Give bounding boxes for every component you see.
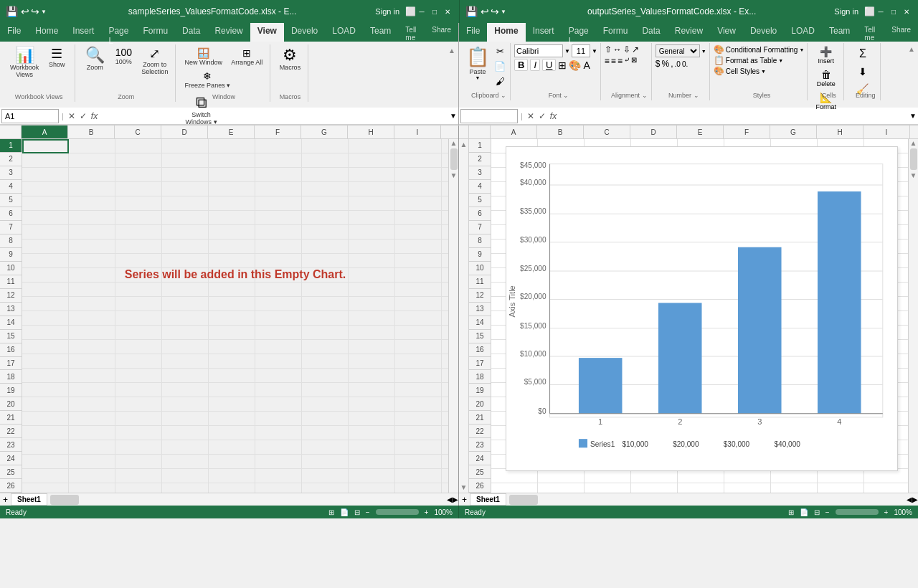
font-size-arrow[interactable]: ▼ xyxy=(592,48,597,54)
underline-button[interactable]: U xyxy=(542,59,556,71)
right-name-box[interactable] xyxy=(460,109,518,123)
maximize-button[interactable]: □ xyxy=(429,6,440,17)
align-right-icon[interactable]: ≡ xyxy=(617,56,623,66)
font-name-input[interactable] xyxy=(514,44,563,57)
align-bottom-icon[interactable]: ⇩ xyxy=(623,44,630,54)
font-name-arrow[interactable]: ▼ xyxy=(564,48,570,54)
right-maximize-button[interactable]: □ xyxy=(888,6,899,17)
row-header-11[interactable]: 11 xyxy=(0,275,22,289)
tab-pagelayout-right[interactable]: Page L xyxy=(562,23,596,42)
right-row-19[interactable]: 19 xyxy=(469,384,491,397)
bold-button[interactable]: B xyxy=(514,59,528,71)
tab-tellme-left[interactable]: Tell me xyxy=(398,23,425,42)
left-view-layout-icon[interactable]: 📄 xyxy=(340,508,349,516)
left-view-normal-icon[interactable]: ⊞ xyxy=(328,508,334,516)
align-left-icon[interactable]: ≡ xyxy=(605,56,610,66)
close-button[interactable]: ✕ xyxy=(442,6,453,17)
right-scroll-up[interactable]: ▲ xyxy=(460,141,468,148)
right-row-26[interactable]: 26 xyxy=(469,479,491,493)
tab-team-right[interactable]: Team xyxy=(822,23,857,42)
right-row-20[interactable]: 20 xyxy=(469,397,491,411)
right-sheet-add-icon[interactable]: + xyxy=(459,495,470,505)
row-header-22[interactable]: 22 xyxy=(0,425,22,438)
paste-button[interactable]: 📋 Paste ▼ xyxy=(465,44,491,82)
new-window-button[interactable]: 🪟 New Window xyxy=(183,46,225,67)
row-header-24[interactable]: 24 xyxy=(0,452,22,465)
right-save-icon[interactable]: 💾 xyxy=(465,6,478,17)
left-formula-input[interactable] xyxy=(100,109,448,123)
right-col-G[interactable]: G xyxy=(770,125,817,138)
left-zoom-out-icon[interactable]: − xyxy=(366,508,370,516)
left-hscroll-right-icon[interactable]: ▶ xyxy=(453,495,458,503)
fill-button[interactable]: ⬇ xyxy=(857,65,869,79)
right-hscroll-left[interactable]: ◀ xyxy=(907,495,912,503)
row-header-1[interactable]: 1 xyxy=(0,139,22,153)
right-col-F[interactable]: F xyxy=(724,125,770,138)
row-header-21[interactable]: 21 xyxy=(0,411,22,425)
number-format-select[interactable]: General xyxy=(656,44,700,57)
tab-share-right[interactable]: Share xyxy=(884,23,918,42)
right-row-13[interactable]: 13 xyxy=(469,303,491,316)
right-row-9[interactable]: 9 xyxy=(469,248,491,262)
right-view-layout-icon[interactable]: 📄 xyxy=(800,508,808,516)
col-header-H[interactable]: H xyxy=(348,125,394,138)
col-header-C[interactable]: C xyxy=(115,125,161,138)
tab-pagelayout-left[interactable]: Page L xyxy=(101,23,136,42)
right-row-2[interactable]: 2 xyxy=(469,153,491,166)
currency-icon[interactable]: $ xyxy=(656,59,661,69)
right-formula-check-icon[interactable]: ✓ xyxy=(537,111,547,121)
undo-button[interactable]: ↩ xyxy=(21,6,29,17)
right-row-4[interactable]: 4 xyxy=(469,180,491,194)
right-col-C[interactable]: C xyxy=(584,125,630,138)
format-painter-button[interactable]: 🖌 xyxy=(493,75,507,88)
right-row-25[interactable]: 25 xyxy=(469,465,491,479)
right-row-22[interactable]: 22 xyxy=(469,425,491,438)
right-formula-input[interactable] xyxy=(559,109,908,123)
right-row-1[interactable]: 1 xyxy=(469,139,491,153)
align-top-icon[interactable]: ⇧ xyxy=(605,44,612,54)
increase-decimal-icon[interactable]: .0 xyxy=(675,60,681,68)
right-row-24[interactable]: 24 xyxy=(469,452,491,465)
col-header-D[interactable]: D xyxy=(161,125,208,138)
font-size-input[interactable] xyxy=(572,44,590,57)
left-sheet-tab[interactable]: Sheet1 xyxy=(11,493,47,506)
merge-icon[interactable]: ⊠ xyxy=(631,56,637,66)
row-header-6[interactable]: 6 xyxy=(0,207,22,221)
col-header-G[interactable]: G xyxy=(301,125,348,138)
orientation-icon[interactable]: ↗ xyxy=(632,44,639,54)
tab-data-left[interactable]: Data xyxy=(175,23,207,42)
left-vscroll[interactable]: ▲ ▼ xyxy=(448,139,458,493)
freeze-panes-button[interactable]: ❄ Freeze Panes ▾ xyxy=(183,69,233,90)
row-header-25[interactable]: 25 xyxy=(0,465,22,479)
tab-developer-right[interactable]: Develo xyxy=(743,23,784,42)
tab-home-left[interactable]: Home xyxy=(28,23,65,42)
tab-review-right[interactable]: Review xyxy=(668,23,710,42)
align-center-icon[interactable]: ≡ xyxy=(611,56,616,66)
col-header-A[interactable]: A xyxy=(22,125,68,138)
font-color-icon[interactable]: A xyxy=(583,60,590,71)
right-row-10[interactable]: 10 xyxy=(469,262,491,275)
delete-cells-button[interactable]: 🗑 Delete xyxy=(815,67,837,89)
left-formula-fx-icon[interactable]: fx xyxy=(90,111,99,121)
right-hscroll-track[interactable] xyxy=(509,495,904,505)
row-header-23[interactable]: 23 xyxy=(0,438,22,452)
tab-share-left[interactable]: Share xyxy=(425,23,458,42)
tab-file-right[interactable]: File xyxy=(459,23,487,42)
minimize-button[interactable]: ─ xyxy=(416,6,427,17)
left-sheet-add-icon[interactable]: + xyxy=(0,495,11,505)
right-hscroll-thumb[interactable] xyxy=(509,495,538,505)
right-customize-button[interactable]: ▼ xyxy=(501,9,506,15)
left-zoom-bar[interactable] xyxy=(376,509,419,515)
right-row-11[interactable]: 11 xyxy=(469,275,491,289)
insert-cells-button[interactable]: ➕ Insert xyxy=(817,44,836,66)
borders-icon[interactable]: ⊞ xyxy=(558,60,567,71)
show-button[interactable]: ☰ Show xyxy=(43,46,70,70)
right-row-12[interactable]: 12 xyxy=(469,289,491,303)
row-header-4[interactable]: 4 xyxy=(0,180,22,194)
tab-view-right[interactable]: View xyxy=(710,23,743,42)
zoom-button[interactable]: 🔍 Zoom xyxy=(81,46,108,72)
vscroll-down-icon[interactable]: ▼ xyxy=(450,171,458,179)
tab-tellme-right[interactable]: Tell me xyxy=(857,23,884,42)
macros-button[interactable]: ⚙ Macros xyxy=(276,46,303,72)
right-vscroll-down[interactable]: ▼ xyxy=(910,171,917,179)
